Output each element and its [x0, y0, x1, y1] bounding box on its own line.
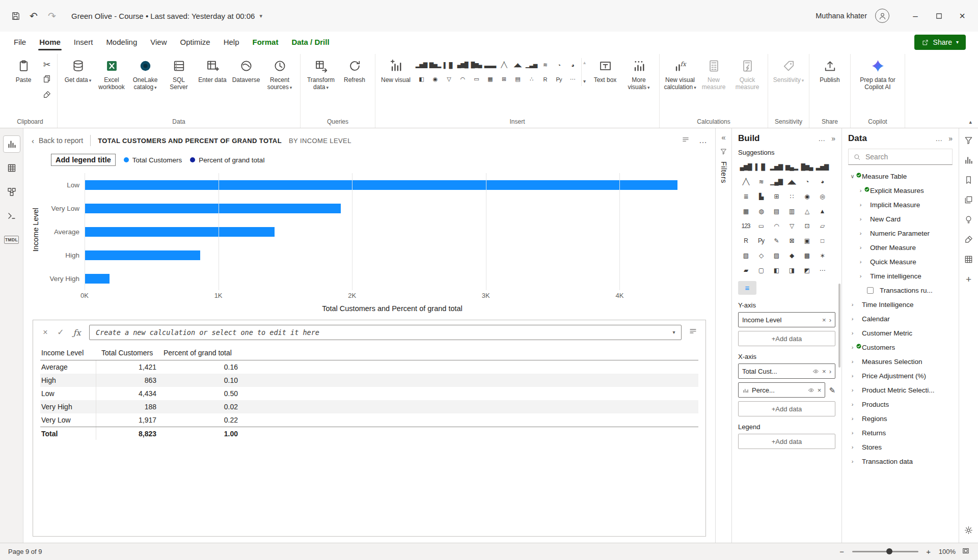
visual-type-icon[interactable]: ✎ [769, 233, 784, 248]
eye-icon[interactable] [812, 368, 819, 375]
ribbon-new-visual-calculation-button[interactable]: fxNew visual calculation▾ [663, 54, 697, 92]
visual-type-icon[interactable]: ⊞ [769, 189, 784, 204]
visual-type-icon[interactable]: ≋ [538, 58, 552, 72]
maximize-button[interactable] [927, 6, 950, 26]
tree-chevron-icon[interactable]: › [849, 430, 856, 436]
visual-type-icon[interactable]: ⊠ [784, 233, 799, 248]
zoom-slider-thumb[interactable] [886, 548, 892, 554]
zoom-in-button[interactable]: + [925, 547, 933, 556]
visual-type-icon[interactable]: ▂▅▇ [769, 159, 784, 174]
visual-type-icon[interactable]: ◔ [799, 174, 814, 189]
visual-type-icon[interactable]: ∴ [525, 72, 538, 86]
bookmarks-pane-button[interactable] [964, 175, 973, 186]
ribbon-more-visuals-button[interactable]: More visuals▾ [622, 54, 656, 92]
ribbon-enter-data-button[interactable]: Enter data [196, 54, 229, 85]
tree-chevron-icon[interactable]: ∨ [849, 173, 856, 180]
tree-chevron-icon[interactable]: › [849, 387, 856, 393]
avatar[interactable] [875, 9, 889, 23]
bar-low[interactable] [85, 180, 677, 190]
visual-type-icon[interactable]: ◆ [784, 248, 799, 263]
visual-type-icon[interactable]: ▤ [769, 204, 784, 218]
performance-analyzer-button[interactable] [964, 215, 973, 226]
ribbon-format-painter-button[interactable] [42, 90, 51, 101]
visual-type-icon[interactable]: ◉ [799, 189, 814, 204]
visual-type-icon[interactable]: ▭ [470, 72, 483, 86]
visual-type-icon[interactable]: ▦ [483, 72, 497, 86]
x-axis-field-pill-2[interactable]: Perce... × [738, 382, 825, 398]
document-title[interactable]: Green Olive - Course • Last saved: Yeste… [71, 12, 262, 20]
visual-type-icon[interactable]: ▲ [814, 204, 830, 218]
menu-tab-format[interactable]: Format [246, 32, 285, 53]
visual-type-icon[interactable]: Py [753, 233, 769, 248]
visual-type-icon[interactable]: ⊡ [799, 218, 814, 233]
visual-type-icon[interactable]: ▭ [753, 218, 769, 233]
tree-chevron-icon[interactable]: › [849, 316, 856, 322]
tree-item-measure-table[interactable]: ∨Measure Table [848, 169, 953, 183]
visual-type-icon[interactable]: ▌▐▌ [442, 58, 455, 72]
page-indicator[interactable]: Page 9 of 9 [8, 548, 42, 555]
formula-commit-button[interactable]: ✓ [55, 328, 67, 337]
formula-cancel-button[interactable]: × [39, 328, 51, 337]
redo-button[interactable]: ↷ [43, 7, 61, 25]
visual-type-icon[interactable]: ▃▃▃ [483, 58, 497, 72]
tree-item-time-intelligence[interactable]: ›Time Intelligence [848, 297, 953, 312]
tree-item-customer-metric[interactable]: ›Customer Metric [848, 326, 953, 340]
visual-type-icon[interactable]: ◇ [753, 248, 769, 263]
tree-item-price-adjustment[interactable]: ›Price Adjustment (%) [848, 369, 953, 383]
visual-type-icon[interactable]: ◢◣ [784, 174, 799, 189]
undo-button[interactable]: ↶ [24, 7, 43, 25]
visual-type-icon[interactable]: ▇▅▂ [428, 58, 442, 72]
eye-icon[interactable] [808, 387, 814, 394]
visual-type-icon[interactable]: ▦ [738, 204, 753, 218]
visual-type-icon[interactable]: ◔ [552, 58, 565, 72]
search-input[interactable] [865, 153, 947, 161]
y-axis-field-pill[interactable]: Income Level × › [738, 312, 835, 327]
tree-chevron-icon[interactable]: › [857, 187, 864, 193]
scroll-down-icon[interactable]: ▾ [583, 79, 586, 84]
format-pane-button[interactable] [964, 235, 973, 246]
tree-item-transactions-ru[interactable]: Transactions ru... [848, 283, 953, 297]
visual-type-icon[interactable]: ∗ [814, 248, 830, 263]
visual-type-icon[interactable]: ▥ [784, 204, 799, 218]
visual-type-icon[interactable]: ▢ [753, 263, 769, 277]
gallery-scroll[interactable]: ▴▾ [581, 58, 587, 86]
tree-chevron-icon[interactable]: › [849, 344, 856, 350]
menu-tab-data-drill[interactable]: Data / Drill [285, 32, 336, 53]
visual-type-icon[interactable]: ∷ [784, 189, 799, 204]
edit-field-button[interactable]: ✎ [829, 386, 835, 395]
visual-type-icon[interactable]: R [538, 72, 552, 86]
report-view-button[interactable] [3, 135, 20, 153]
ribbon-publish-button[interactable]: Publish [813, 54, 847, 85]
tree-item-numeric-parameter[interactable]: ›Numeric Parameter [848, 226, 953, 240]
data-collapse-button[interactable]: » [948, 134, 953, 143]
visual-type-icon[interactable]: ◩ [799, 263, 814, 277]
legend-item-percent-of-grand-total[interactable]: Percent of grand total [190, 156, 264, 164]
back-to-report-button[interactable]: ‹ Back to report [32, 136, 83, 145]
visual-type-icon[interactable]: ▂▅▇ [415, 58, 428, 72]
menu-tab-optimize[interactable]: Optimize [174, 32, 217, 53]
close-button[interactable]: × [950, 6, 974, 26]
visual-type-icon[interactable]: ▁▄▇ [769, 174, 784, 189]
x-axis-field-pill-1[interactable]: Total Cust... × › [738, 363, 835, 379]
tree-chevron-icon[interactable]: › [857, 259, 864, 265]
expand-filters-button[interactable]: « [721, 133, 725, 142]
remove-field-icon[interactable]: × [822, 317, 826, 323]
tree-item-stores[interactable]: ›Stores [848, 440, 953, 454]
visualizations-pane-button[interactable] [964, 155, 973, 166]
selected-visual-icon[interactable]: ≡ [738, 281, 756, 295]
visual-type-icon[interactable]: ▱ [814, 218, 830, 233]
tree-chevron-icon[interactable]: › [849, 301, 856, 307]
visual-type-icon[interactable]: ◧ [415, 72, 428, 86]
ribbon-onelake-catalog-button[interactable]: OneLake catalog▾ [128, 54, 162, 92]
ribbon-cut-button[interactable]: ✂ [42, 60, 51, 69]
settings-button[interactable] [964, 525, 973, 537]
tree-item-product-metric-selecti[interactable]: ›Product Metric Selecti... [848, 383, 953, 397]
add-pane-button[interactable]: + [966, 274, 971, 284]
bar-average[interactable] [85, 227, 275, 237]
tree-item-implicit-measure[interactable]: ›Implicit Measure [848, 198, 953, 212]
field-options-icon[interactable]: › [829, 368, 831, 375]
ribbon-transform-data-button[interactable]: Transform data▾ [304, 54, 338, 92]
visual-type-icon[interactable]: ╱╲ [497, 58, 510, 72]
tree-item-returns[interactable]: ›Returns [848, 426, 953, 440]
tmdl-view-button[interactable]: TMDL [3, 231, 20, 248]
